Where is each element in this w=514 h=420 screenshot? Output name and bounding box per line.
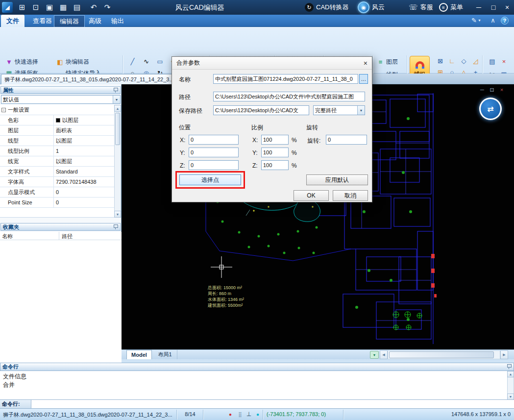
property-row-pointsize[interactable]: Point Size0 (0, 198, 114, 208)
ortho-toggle-icon[interactable]: ⊥ (245, 410, 253, 418)
command-scrollbar[interactable]: ▲ ▼ (507, 371, 514, 399)
tab-output[interactable]: 输出 (106, 15, 129, 27)
customer-service-button[interactable]: ☏ 客服 (409, 0, 433, 15)
draw-line-button[interactable]: ╱ (126, 56, 139, 67)
property-row-pdmode[interactable]: 点显示模式0 (0, 187, 114, 198)
property-row-linetype[interactable]: 线型以图层 (0, 136, 114, 146)
scroll-up-button[interactable]: ▲ (114, 105, 121, 112)
copy-button[interactable]: ▤ (486, 56, 498, 67)
document-close-button[interactable]: × (498, 86, 506, 93)
tree-collapse-icon[interactable]: − (1, 108, 6, 112)
property-row-textstyle[interactable]: 文字样式Standard (0, 167, 114, 177)
collapse-ribbon-button[interactable]: ∧ (489, 17, 497, 24)
scale-z-input[interactable]: 100 (261, 160, 289, 170)
pin-icon[interactable] (113, 224, 118, 230)
convert-float-button[interactable]: ⇄ (479, 98, 502, 120)
draw-rectangle-button[interactable]: ▭ (154, 56, 166, 67)
scrollbar-thumb[interactable] (115, 113, 120, 145)
undo-button[interactable]: ↶ (87, 1, 100, 13)
layout-tabs-menu-button[interactable]: ▼ (370, 351, 379, 359)
position-z-input[interactable]: 0 (189, 160, 239, 170)
grid-toggle-icon[interactable]: ⣿ (236, 410, 244, 418)
layer-button[interactable]: ≡图层 (375, 57, 399, 67)
pin-icon[interactable] (507, 364, 512, 370)
cancel-button[interactable]: 取消 (333, 190, 368, 201)
redo-button[interactable]: ↷ (101, 1, 114, 13)
chevron-down-icon[interactable]: ▼ (113, 96, 120, 103)
tracking-toggle-icon[interactable]: ● (254, 410, 262, 418)
tab-layout1[interactable]: 布局1 (153, 350, 177, 359)
quick-select-button[interactable]: ▼快速选择 (4, 57, 40, 67)
snap-midpoint-button[interactable]: ◇ (458, 56, 470, 66)
block-editor-button[interactable]: ◧块编辑器 (55, 57, 91, 67)
command-history[interactable]: 文件信息 合并 ▲ ▼ (0, 371, 514, 399)
menu-button[interactable]: ≡ 菜单 (439, 0, 463, 15)
tab-viewer[interactable]: 查看器 (27, 15, 57, 27)
scroll-up-button[interactable]: ▲ (507, 371, 514, 377)
property-row-ltscale[interactable]: 线型比例1 (0, 146, 114, 156)
scroll-down-button[interactable]: ▼ (114, 211, 121, 218)
path-input[interactable]: C:\Users\123\Desktop\办公\CAD文件\中式别墅庭园施工图 (213, 92, 365, 101)
open-file-button[interactable]: ⊡ (29, 1, 42, 13)
snap-nearest-button[interactable]: ◿ (469, 56, 482, 66)
tab-file[interactable]: 文件 (1, 15, 24, 27)
cad-converter-button[interactable]: ↻ CAD转换器 (305, 0, 348, 15)
quick-style-button[interactable]: ✎ ▼ (471, 17, 481, 24)
new-document-button[interactable]: ⊞ (16, 1, 28, 13)
tab-model[interactable]: Model (126, 350, 152, 359)
delete-button[interactable]: × (498, 56, 510, 67)
favorites-column-path[interactable]: 路径 (62, 233, 73, 240)
maximize-button[interactable]: □ (487, 1, 500, 13)
column-divider[interactable] (59, 232, 59, 240)
default-value-dropdown[interactable]: 默认值 ▼ (1, 95, 121, 104)
fengyun-button[interactable]: ◉ 风云 (358, 0, 385, 15)
apply-default-button[interactable]: 应用默认 (306, 174, 368, 185)
tab-editor[interactable]: 编辑器 (54, 15, 85, 27)
close-button[interactable]: × (501, 1, 514, 13)
rotation-input[interactable]: 0 (326, 135, 367, 145)
save-button[interactable]: ▣ (43, 1, 56, 13)
document-restore-button[interactable]: ⊡ (488, 86, 496, 93)
command-input[interactable] (31, 400, 514, 408)
position-y-input[interactable]: 0 (189, 148, 239, 157)
favorites-panel-header[interactable]: 收藏夹 (0, 223, 121, 231)
property-row-lineweight[interactable]: 线宽以图层 (0, 156, 114, 167)
pin-icon[interactable] (113, 88, 118, 93)
help-button[interactable]: ? (501, 17, 509, 25)
hscroll-right-button[interactable]: ▶ (500, 350, 508, 359)
browse-button[interactable]: … (359, 74, 368, 84)
document-tab[interactable]: 狮子林.dwg2020-07-27_11_11_38_015.dwg2020-0… (1, 74, 180, 84)
property-group-row[interactable]: − 一般设置 (0, 105, 114, 115)
print-button[interactable]: ▤ (71, 1, 83, 13)
chevron-down-icon[interactable]: ▼ (357, 106, 365, 115)
favorites-list-empty[interactable] (0, 240, 122, 363)
property-row-color[interactable]: 色彩以图层 (0, 115, 114, 125)
save-as-button[interactable]: ▦ (57, 1, 70, 13)
osnap-marker-icon[interactable]: ● (226, 410, 234, 418)
document-minimize-button[interactable]: ─ (478, 86, 486, 93)
select-point-button[interactable]: 选择点 (179, 174, 241, 185)
position-x-input[interactable]: 0 (189, 135, 239, 145)
properties-panel-header[interactable]: 属性 (0, 86, 121, 94)
save-path-input[interactable]: C:\Users\123\Desktop\办公\CAD文 (213, 105, 309, 115)
dialog-titlebar[interactable]: 合并参数 × (172, 57, 372, 70)
ok-button[interactable]: OK (294, 190, 329, 201)
dialog-close-icon[interactable]: × (364, 59, 367, 67)
property-grid-scrollbar[interactable]: ▲ ▼ (114, 105, 121, 218)
snap-endpoint-button[interactable]: ⊠ (434, 56, 446, 66)
scale-y-input[interactable]: 100 (261, 148, 289, 157)
name-input[interactable]: 中式别墅庭园施工图071224.dwg2020-07-27_11_11_38_0 (213, 74, 358, 84)
property-row-textheight[interactable]: 字体高7290.702148438 (0, 177, 114, 187)
snap-perpendicular-button[interactable]: ∟ (446, 56, 458, 66)
command-panel-header[interactable]: 命令行 (0, 363, 514, 371)
favorites-column-name[interactable]: 名称 (2, 233, 13, 240)
horizontal-scrollbar[interactable] (388, 350, 500, 359)
minimize-button[interactable]: ─ (472, 1, 485, 13)
tab-advanced[interactable]: 高级 (83, 15, 107, 27)
save-path-mode-dropdown[interactable]: 完整路径 ▼ (313, 105, 365, 115)
draw-polyline-button[interactable]: ∿ (140, 56, 152, 67)
hscrollbar-thumb[interactable] (389, 351, 494, 358)
scale-x-input[interactable]: 100 (261, 135, 289, 145)
property-row-layer[interactable]: 图层面积表 (0, 125, 114, 136)
hscroll-left-button[interactable]: ◀ (380, 350, 388, 359)
